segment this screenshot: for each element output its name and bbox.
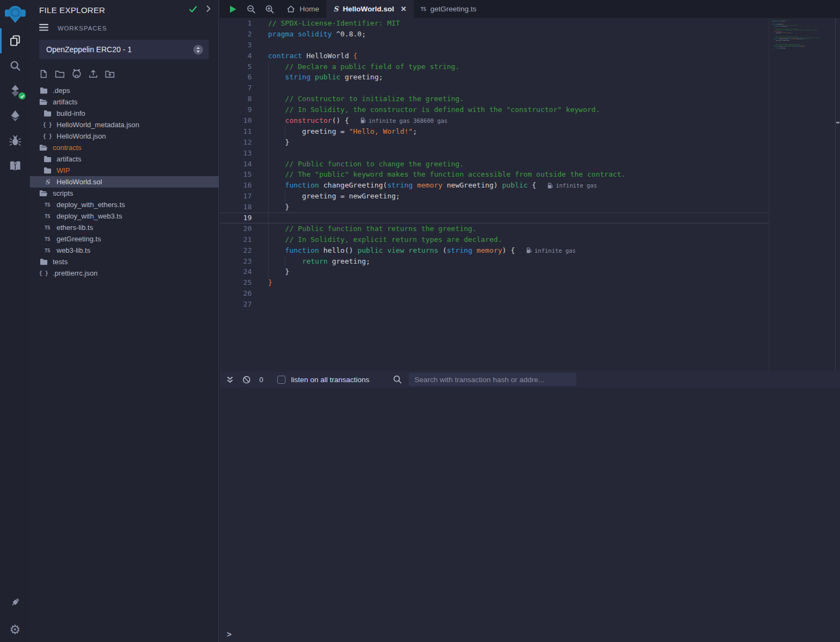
code-line[interactable]: 1// SPDX-License-Identifier: MIT xyxy=(220,18,769,29)
line-number[interactable]: 14 xyxy=(220,159,252,170)
line-number[interactable]: 2 xyxy=(220,29,252,40)
file-tree-item[interactable]: scripts xyxy=(30,188,219,199)
file-tree-item[interactable]: WIP xyxy=(30,165,219,176)
code-line[interactable]: 25} xyxy=(220,277,769,288)
sidebar-item-file-explorer[interactable] xyxy=(0,28,30,53)
zoom-out-button[interactable] xyxy=(247,5,256,14)
terminal-search-input[interactable] xyxy=(409,373,576,386)
line-number[interactable]: 7 xyxy=(220,83,252,94)
file-tree-item[interactable]: SHelloWorld.sol xyxy=(30,176,219,188)
sidebar-item-deploy-run[interactable] xyxy=(0,103,30,128)
file-tree-item[interactable]: .deps xyxy=(30,85,219,96)
file-tree-item[interactable]: contracts xyxy=(30,142,219,153)
upload-file-button[interactable] xyxy=(89,70,98,78)
upload-folder-button[interactable] xyxy=(105,70,115,78)
zoom-in-button[interactable] xyxy=(265,5,274,14)
new-folder-button[interactable] xyxy=(55,70,65,78)
code-line[interactable]: 20 // Public function that returns the g… xyxy=(220,223,769,234)
code-line[interactable]: 8 // Constructor to initialize the greet… xyxy=(220,94,769,104)
overview-ruler[interactable] xyxy=(835,18,840,371)
code-line[interactable]: 3 xyxy=(220,40,769,51)
terminal-clear-button[interactable] xyxy=(242,376,251,384)
file-tree-item[interactable]: TSdeploy_with_ethers.ts xyxy=(30,199,219,210)
line-number[interactable]: 5 xyxy=(220,61,252,72)
file-tree-item[interactable]: artifacts xyxy=(30,96,219,108)
line-number[interactable]: 22 xyxy=(220,245,252,256)
code-line[interactable]: 4contract HelloWorld { xyxy=(220,51,769,61)
line-number[interactable]: 12 xyxy=(220,137,252,148)
tab-helloworld-sol[interactable]: S HelloWorld.sol ✕ xyxy=(326,0,414,18)
code-line[interactable]: 15 // The "public" keyword makes the fun… xyxy=(220,169,769,180)
file-tree-item[interactable]: artifacts xyxy=(30,153,219,165)
sidebar-item-tutorials[interactable] xyxy=(0,153,30,178)
minimap[interactable]: // SPDX-License-Identifier: MITpragma so… xyxy=(771,20,833,53)
code-line[interactable]: 7 xyxy=(220,83,769,94)
sidebar-item-solidity-compiler[interactable] xyxy=(0,78,30,103)
line-number[interactable]: 27 xyxy=(220,299,252,310)
line-number[interactable]: 23 xyxy=(220,256,252,267)
sidebar-item-plugin-manager[interactable] xyxy=(0,590,30,615)
line-number[interactable]: 21 xyxy=(220,234,252,245)
workspace-select[interactable]: OpenZeppelin ERC20 - 1 xyxy=(39,40,209,59)
code-line[interactable]: 22 function hello() public view returns … xyxy=(220,245,769,256)
file-tree-item[interactable]: { }.prettierrc.json xyxy=(30,267,219,279)
tab-home[interactable]: Home xyxy=(279,0,326,18)
line-number[interactable]: 26 xyxy=(220,288,252,299)
line-number[interactable]: 24 xyxy=(220,266,252,277)
line-number[interactable]: 6 xyxy=(220,72,252,83)
file-tree-item[interactable]: TSgetGreeting.ts xyxy=(30,233,219,245)
code-line[interactable]: 14 // Public function to change the gree… xyxy=(220,159,769,170)
code-editor[interactable]: 1// SPDX-License-Identifier: MIT2pragma … xyxy=(220,18,840,371)
line-number[interactable]: 16 xyxy=(220,180,252,191)
code-line[interactable]: 26 xyxy=(220,288,769,299)
terminal-toggle-button[interactable] xyxy=(226,376,234,383)
sidebar-item-settings[interactable]: ⚙ xyxy=(0,617,30,642)
code-line[interactable]: 19 xyxy=(220,213,769,223)
sidebar-item-debugger[interactable] xyxy=(0,128,30,153)
line-number[interactable]: 17 xyxy=(220,191,252,202)
line-number[interactable]: 4 xyxy=(220,51,252,61)
code-line[interactable]: 5 // Declare a public field of type stri… xyxy=(220,61,769,72)
code-line[interactable]: 6 string public greeting; xyxy=(220,72,769,83)
workspaces-menu-button[interactable] xyxy=(39,23,49,33)
remix-home-button[interactable] xyxy=(0,0,30,28)
line-number[interactable]: 10 xyxy=(220,115,252,126)
sidebar-item-search[interactable] xyxy=(0,53,30,78)
line-number[interactable]: 1 xyxy=(220,18,252,29)
file-tree-item[interactable]: { }HelloWorld.json xyxy=(30,130,219,142)
line-number[interactable]: 19 xyxy=(220,213,252,223)
clone-github-button[interactable] xyxy=(72,69,82,78)
code-line[interactable]: 16 function changeGreeting(string memory… xyxy=(220,180,769,191)
line-number[interactable]: 3 xyxy=(220,40,252,51)
listen-transactions-checkbox[interactable] xyxy=(277,376,285,384)
code-line[interactable]: 11 greeting = "Hello, World!"; xyxy=(220,126,769,137)
code-line[interactable]: 9 // In Solidity, the constructor is def… xyxy=(220,104,769,115)
code-line[interactable]: 12 } xyxy=(220,137,769,148)
file-tree-item[interactable]: TSethers-lib.ts xyxy=(30,222,219,233)
run-script-button[interactable] xyxy=(229,5,237,14)
collapse-panel-button[interactable] xyxy=(206,5,211,15)
file-tree-item[interactable]: build-info xyxy=(30,108,219,119)
file-tree-item[interactable]: { }HelloWorld_metadata.json xyxy=(30,119,219,130)
code-line[interactable]: 2pragma solidity ^0.8.0; xyxy=(220,29,769,40)
code-line[interactable]: 17 greeting = newGreeting; xyxy=(220,191,769,202)
tab-getgreeting-ts[interactable]: TS getGreeting.ts xyxy=(414,0,484,18)
code-line[interactable]: 18 } xyxy=(220,202,769,213)
code-line[interactable]: 10 constructor() {infinite gas 368600 ga… xyxy=(220,115,769,126)
line-number[interactable]: 20 xyxy=(220,223,252,234)
code-line[interactable]: 23 return greeting; xyxy=(220,256,769,267)
line-number[interactable]: 13 xyxy=(220,148,252,159)
code-line[interactable]: 27 xyxy=(220,299,769,310)
code-line[interactable]: 24 } xyxy=(220,266,769,277)
file-tree-item[interactable]: TSdeploy_with_web3.ts xyxy=(30,210,219,222)
line-number[interactable]: 8 xyxy=(220,94,252,104)
line-number[interactable]: 11 xyxy=(220,126,252,137)
file-tree-item[interactable]: tests xyxy=(30,256,219,267)
line-number[interactable]: 18 xyxy=(220,202,252,213)
terminal-content[interactable]: > xyxy=(220,388,840,642)
line-number[interactable]: 9 xyxy=(220,104,252,115)
new-file-button[interactable] xyxy=(39,70,48,78)
line-number[interactable]: 25 xyxy=(220,277,252,288)
code-line[interactable]: 21 // In Solidity, explicit return types… xyxy=(220,234,769,245)
code-line[interactable]: 13 xyxy=(220,148,769,159)
